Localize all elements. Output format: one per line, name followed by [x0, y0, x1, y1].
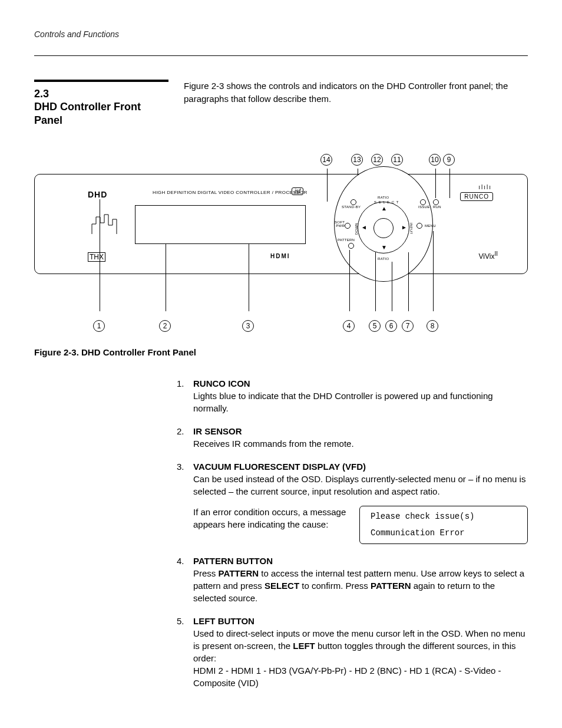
hdmi-label: HDMI	[270, 253, 290, 259]
dial-run-label: RUN	[433, 205, 441, 209]
running-header: Controls and Functions	[34, 29, 528, 39]
item-1: 1. RUNCO ICON Lights blue to indicate th…	[193, 377, 528, 414]
callout-1: 1	[93, 320, 105, 332]
dial-standby-label: STAND-BY	[342, 205, 361, 209]
vfd-line-2: Communication Error	[371, 528, 517, 539]
figure-2-3: 14 13 12 11 10 9 DHD HIGH DEFINITION DIG…	[34, 154, 528, 357]
section-heading: 2.3 DHD Controller Front Panel	[34, 80, 168, 127]
section-lead: Figure 2-3 shows the controls and indica…	[184, 80, 528, 106]
vfd-message-box: Please check issue(s) Communication Erro…	[359, 506, 528, 544]
section-number: 2.3	[34, 88, 168, 100]
callout-11: 11	[391, 154, 403, 166]
vfd-rectangle	[135, 205, 306, 244]
isf-badge: isf	[292, 187, 303, 195]
callout-3: 3	[242, 320, 254, 332]
dial-issue-label: ISSUE	[418, 205, 430, 209]
callout-12: 12	[371, 154, 383, 166]
dial-ratio-bottom: RATIO	[378, 257, 389, 261]
dhd-logo: DHD	[88, 190, 107, 199]
callout-7: 7	[402, 320, 414, 332]
dial-ratio-label: RATIO	[378, 196, 389, 199]
dial-pattern-label: PATTERN	[338, 238, 355, 242]
ir-sensor-icon	[91, 212, 118, 235]
callout-10: 10	[429, 154, 441, 166]
dial-down-label: DOWN	[355, 223, 358, 235]
figure-caption: Figure 2-3. DHD Controller Front Panel	[34, 347, 528, 357]
dial-menu-label: MENU	[425, 224, 436, 228]
control-dial: ▲ ▼ ◄ ► RATIO S E L E C T STAND-BY SOFT …	[315, 174, 448, 275]
callout-13: 13	[351, 154, 363, 166]
item-5-body: Used to direct-select inputs or move the…	[193, 628, 525, 688]
definitions: 1. RUNCO ICON Lights blue to indicate th…	[34, 377, 528, 689]
item-3: 3. VACUUM FLUORESCENT DISPLAY (VFD) Can …	[193, 460, 528, 544]
callout-14: 14	[320, 154, 332, 166]
up-arrow-icon: ▲	[381, 205, 387, 212]
panel-long-label: HIGH DEFINITION DIGITAL VIDEO CONTROLLER…	[153, 190, 308, 195]
dial-softpwr-label: SOFT PWR	[335, 220, 345, 228]
item-2: 2. IR SENSOR Receives IR commands from t…	[193, 425, 528, 450]
dial-input-label: INPUT	[409, 223, 413, 235]
callout-6: 6	[385, 320, 397, 332]
right-arrow-icon: ►	[401, 224, 407, 230]
front-panel-diagram: DHD HIGH DEFINITION DIGITAL VIDEO CONTRO…	[34, 174, 528, 274]
vfd-line-1: Please check issue(s)	[371, 511, 517, 523]
callout-5: 5	[369, 320, 381, 332]
callout-4: 4	[343, 320, 355, 332]
item-5: 5. LEFT BUTTON Used to direct-select inp…	[193, 615, 528, 689]
callout-9: 9	[443, 154, 455, 166]
runco-ticks: ılılı	[478, 184, 492, 190]
left-arrow-icon: ◄	[361, 224, 367, 230]
thx-badge: THX	[88, 252, 105, 262]
runco-badge: RUNCO	[460, 192, 493, 201]
section-title: DHD Controller Front Panel	[34, 100, 168, 127]
vivix-badge: ViVixII	[479, 251, 498, 261]
item-4-body: Press PATTERN to access the internal tes…	[193, 568, 524, 603]
down-arrow-icon: ▼	[381, 244, 387, 251]
header-rule	[34, 55, 528, 56]
dial-select-label: S E L E C T	[374, 200, 399, 204]
callout-2: 2	[159, 320, 171, 332]
callout-8: 8	[427, 320, 438, 332]
item-4: 4. PATTERN BUTTON Press PATTERN to acces…	[193, 555, 528, 604]
